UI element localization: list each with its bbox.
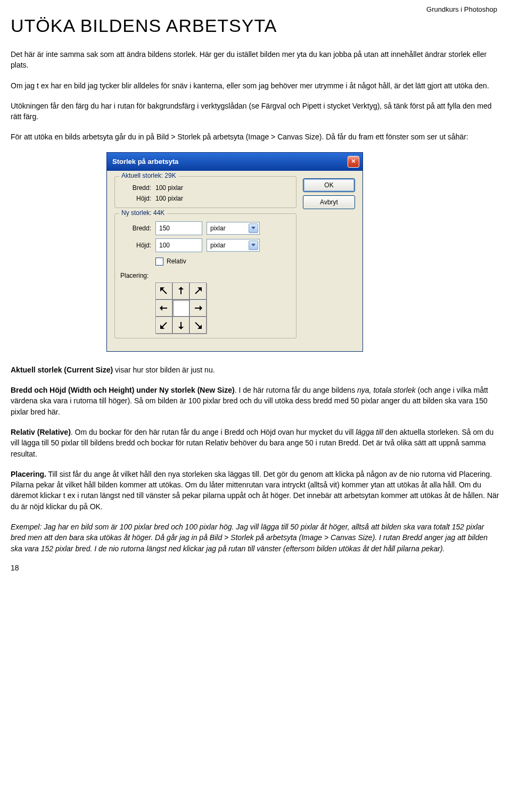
term-width-height: Bredd och Höjd (Width och Height) under … bbox=[11, 386, 235, 394]
current-size-group: Aktuell storlek: 29K Bredd: 100 pixlar H… bbox=[114, 176, 296, 208]
close-button[interactable]: × bbox=[348, 156, 359, 168]
anchor-top-left[interactable] bbox=[155, 283, 172, 300]
height-unit-combo[interactable]: pixlar bbox=[207, 239, 260, 252]
example-paragraph: Exempel: Jag har en bild som är 100 pixl… bbox=[11, 521, 500, 554]
body-paragraph: Relativ (Relative). Om du bockar för den… bbox=[11, 427, 500, 459]
term-current-size: Aktuell storlek (Current Size) bbox=[11, 366, 113, 374]
anchor-top[interactable] bbox=[172, 283, 189, 300]
body-paragraph: Om jag t ex har en bild jag tycker blir … bbox=[11, 80, 500, 91]
cancel-button[interactable]: Avbryt bbox=[303, 195, 355, 209]
svg-marker-1 bbox=[251, 244, 256, 246]
current-height-label: Höjd: bbox=[120, 195, 151, 202]
anchor-right[interactable] bbox=[189, 300, 207, 317]
anchor-grid bbox=[155, 283, 291, 333]
anchor-center[interactable] bbox=[172, 300, 189, 317]
page-number: 18 bbox=[11, 564, 500, 572]
body-paragraph: Utökningen får den färg du har i rutan f… bbox=[11, 101, 500, 122]
anchor-bottom-right[interactable] bbox=[189, 317, 207, 334]
current-height-value: 100 pixlar bbox=[155, 195, 183, 202]
doc-header: Grundkurs i Photoshop bbox=[11, 5, 497, 13]
height-unit-value: pixlar bbox=[210, 242, 226, 249]
term-placement: Placering. bbox=[11, 470, 46, 478]
ok-button[interactable]: OK bbox=[303, 178, 355, 192]
body-paragraph: Bredd och Höjd (Width och Height) under … bbox=[11, 385, 500, 417]
body-paragraph: Aktuell storlek (Current Size) visar hur… bbox=[11, 364, 500, 375]
new-width-label: Bredd: bbox=[120, 225, 151, 232]
body-paragraph: Placering. Till sist får du ange åt vilk… bbox=[11, 469, 500, 512]
page-title: UTÖKA BILDENS ARBETSYTA bbox=[11, 15, 500, 36]
new-height-input[interactable] bbox=[155, 238, 202, 252]
dialog-title: Storlek på arbetsyta bbox=[112, 158, 178, 165]
svg-marker-5 bbox=[178, 287, 184, 289]
close-icon: × bbox=[351, 157, 356, 165]
canvas-size-dialog: Storlek på arbetsyta × Aktuell storlek: … bbox=[106, 152, 363, 352]
new-width-input[interactable] bbox=[155, 221, 202, 235]
current-width-label: Bredd: bbox=[120, 184, 151, 192]
svg-marker-15 bbox=[178, 327, 184, 329]
svg-marker-9 bbox=[160, 305, 162, 311]
relative-label: Relativ bbox=[167, 258, 186, 265]
relative-checkbox[interactable] bbox=[155, 258, 163, 266]
anchor-left[interactable] bbox=[155, 300, 172, 317]
anchor-top-right[interactable] bbox=[189, 283, 207, 300]
current-size-legend: Aktuell storlek: 29K bbox=[119, 172, 178, 179]
dialog-titlebar[interactable]: Storlek på arbetsyta × bbox=[107, 153, 362, 171]
width-unit-combo[interactable]: pixlar bbox=[207, 222, 260, 235]
width-unit-value: pixlar bbox=[210, 225, 226, 232]
svg-marker-11 bbox=[200, 305, 202, 311]
body-paragraph: För att utöka en bilds arbetsyta går du … bbox=[11, 131, 500, 142]
body-paragraph: Det här är inte samma sak som att ändra … bbox=[11, 49, 500, 71]
new-size-legend: Ny storlek: 44K bbox=[119, 209, 167, 217]
new-height-label: Höjd: bbox=[120, 242, 151, 249]
chevron-down-icon bbox=[249, 241, 258, 250]
svg-marker-0 bbox=[251, 227, 256, 229]
new-size-group: Ny storlek: 44K Bredd: pixlar Höjd: bbox=[114, 213, 296, 338]
current-width-value: 100 pixlar bbox=[155, 184, 183, 192]
anchor-bottom[interactable] bbox=[172, 317, 189, 334]
placement-label: Placering: bbox=[120, 272, 291, 279]
chevron-down-icon bbox=[249, 223, 258, 233]
anchor-bottom-left[interactable] bbox=[155, 317, 172, 334]
term-relative: Relativ (Relative) bbox=[11, 428, 71, 436]
